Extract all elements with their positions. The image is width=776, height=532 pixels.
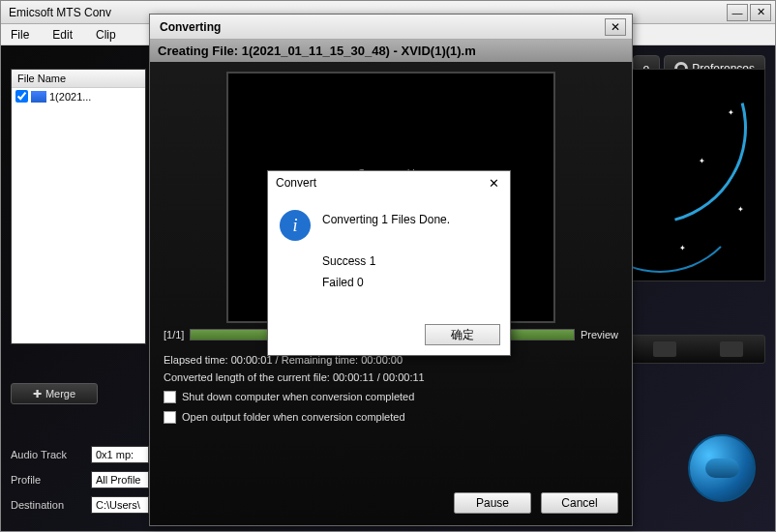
- video-file-icon: [31, 91, 46, 103]
- file-list-header: File Name: [12, 70, 145, 88]
- cancel-button[interactable]: Cancel: [541, 492, 618, 514]
- file-item-checkbox[interactable]: [15, 90, 28, 103]
- alert-close-button[interactable]: ✕: [485, 175, 502, 191]
- alert-line3: Failed 0: [322, 273, 450, 294]
- preview-controls: [630, 335, 765, 364]
- alert-titlebar: Convert ✕: [268, 171, 510, 194]
- menu-edit[interactable]: Edit: [52, 28, 73, 42]
- left-panel: File Name 1(2021... ✚ Merge: [11, 69, 146, 404]
- audio-track-label: Audio Track: [11, 449, 83, 460]
- file-item-name: 1(2021...: [49, 91, 91, 103]
- menu-clip[interactable]: Clip: [96, 28, 116, 42]
- converted-length-text: Converted length of the current file: 00…: [164, 369, 618, 387]
- alert-line1: Converting 1 Files Done.: [322, 210, 450, 231]
- progress-count: [1/1]: [164, 329, 184, 340]
- menu-file[interactable]: File: [11, 28, 29, 42]
- file-list-item[interactable]: 1(2021...: [12, 88, 145, 104]
- close-button[interactable]: ✕: [750, 4, 771, 21]
- alert-title: Convert: [276, 176, 485, 190]
- converting-title: Converting: [156, 20, 605, 34]
- alert-text: Converting 1 Files Done. Success 1 Faile…: [322, 210, 450, 293]
- convert-round-button[interactable]: [688, 434, 756, 502]
- merge-button[interactable]: ✚ Merge: [11, 383, 98, 404]
- pause-button[interactable]: Pause: [454, 492, 531, 514]
- preview-area: ✦ ✦ ✦ ✦: [630, 69, 765, 281]
- converting-close-button[interactable]: ✕: [605, 18, 626, 36]
- bottom-fields: Audio Track Profile Destination: [11, 446, 149, 521]
- merge-label: Merge: [45, 388, 75, 399]
- convert-arrow-icon: [705, 458, 739, 478]
- converting-titlebar: Converting ✕: [150, 15, 632, 40]
- alert-dialog: Convert ✕ i Converting 1 Files Done. Suc…: [267, 170, 511, 356]
- alert-line2: Success 1: [322, 251, 450, 273]
- audio-track-input[interactable]: [91, 446, 149, 463]
- destination-label: Destination: [11, 499, 83, 511]
- merge-icon: ✚: [33, 388, 42, 400]
- conversion-info: Elapsed time: 00:00:01 / Remaining time:…: [164, 352, 618, 426]
- profile-input[interactable]: [91, 471, 149, 488]
- alert-body: i Converting 1 Files Done. Success 1 Fai…: [268, 194, 510, 303]
- profile-label: Profile: [11, 474, 83, 486]
- shutdown-label: Shut down computer when conversion compl…: [182, 389, 414, 406]
- camera-icon[interactable]: [720, 341, 743, 357]
- open-folder-label: Open output folder when conversion compl…: [182, 409, 405, 427]
- shutdown-checkbox[interactable]: [164, 391, 176, 403]
- snapshot-folder-icon[interactable]: [653, 341, 676, 357]
- file-list: File Name 1(2021...: [11, 69, 146, 344]
- info-icon: i: [280, 210, 311, 241]
- preview-toggle-label[interactable]: Preview: [581, 329, 618, 340]
- ok-button[interactable]: 确定: [425, 324, 500, 345]
- minimize-button[interactable]: —: [727, 4, 748, 21]
- right-panel: ✦ ✦ ✦ ✦: [630, 69, 765, 364]
- creating-file-label: Creating File: 1(2021_01_11_15_30_48) - …: [150, 40, 632, 62]
- open-folder-checkbox[interactable]: [164, 411, 176, 424]
- destination-input[interactable]: [91, 496, 149, 514]
